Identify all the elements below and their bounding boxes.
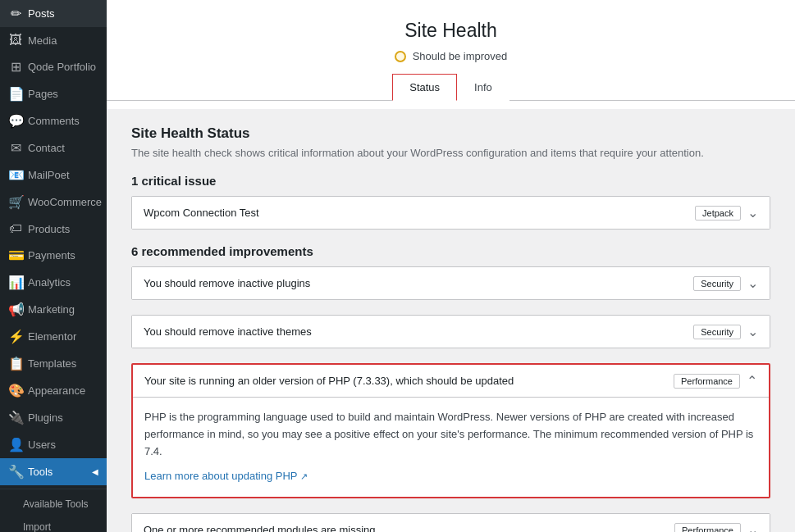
issue-php-expanded: Your site is running an older version of…	[131, 363, 770, 498]
issue-php-body: PHP is the programming language used to …	[133, 397, 769, 497]
issue-php-right: Performance ⌃	[674, 373, 757, 389]
sidebar-item-mailpoet[interactable]: 📧MailPoet	[0, 161, 107, 189]
sidebar-item-analytics[interactable]: 📊Analytics	[0, 269, 107, 296]
recommended-issues-heading: 6 recommended improvements	[131, 244, 770, 258]
content-area: Site Health Status The site health check…	[107, 109, 795, 532]
sidebar-item-label-qode-portfolio: Qode Portfolio	[28, 61, 96, 73]
learn-more-link-label: Learn more about updating PHP	[144, 470, 297, 482]
sidebar-item-label-available-tools: Available Tools	[23, 498, 89, 510]
chevron-down-icon-2[interactable]: ⌄	[747, 324, 758, 339]
sidebar-item-label-comments: Comments	[28, 115, 80, 127]
sidebar-item-pages[interactable]: 📄Pages	[0, 80, 107, 107]
page-title: Site Health	[107, 20, 795, 42]
elementor-icon: ⚡	[8, 329, 23, 344]
critical-issues-group: Wpcom Connection Test Jetpack ⌄	[131, 196, 770, 230]
sidebar-item-posts[interactable]: ✏Posts	[0, 0, 107, 27]
sidebar-item-label-appearance: Appearance	[28, 384, 85, 397]
sidebar-item-label-payments: Payments	[28, 249, 75, 261]
sidebar-item-label-users: Users	[28, 439, 56, 451]
posts-icon: ✏	[8, 6, 23, 21]
issue-remove-plugins[interactable]: You should remove inactive plugins Secur…	[132, 267, 770, 299]
tab-status[interactable]: Status	[392, 74, 457, 101]
mailpoet-icon: 📧	[8, 167, 23, 183]
section-title: Site Health Status	[131, 125, 770, 142]
issue-remove-themes-label: You should remove inactive themes	[144, 325, 312, 338]
sidebar-item-media[interactable]: 🖼Media	[0, 27, 107, 53]
sidebar-item-users[interactable]: 👤Users	[0, 431, 107, 458]
main-content: Site Health Should be improved Status In…	[107, 0, 795, 532]
sidebar-item-contact[interactable]: ✉Contact	[0, 134, 107, 161]
sidebar-item-label-mailpoet: MailPoet	[28, 169, 70, 181]
sidebar-item-label-plugins: Plugins	[28, 412, 63, 424]
sidebar-item-plugins[interactable]: 🔌Plugins	[0, 404, 107, 431]
sidebar-item-comments[interactable]: 💬Comments	[0, 107, 107, 134]
issue-php-body-text: PHP is the programming language used to …	[144, 409, 757, 460]
chevron-down-icon-1[interactable]: ⌄	[747, 275, 758, 291]
issue-remove-themes[interactable]: You should remove inactive themes Securi…	[132, 316, 770, 348]
chevron-down-icon-4[interactable]: ⌄	[747, 522, 758, 532]
issue-wpcom[interactable]: Wpcom Connection Test Jetpack ⌄	[132, 197, 770, 229]
users-icon: 👤	[8, 437, 23, 452]
sidebar-item-woocommerce[interactable]: 🛒WooCommerce	[0, 189, 107, 216]
recommended-issues-group-2: You should remove inactive themes Securi…	[131, 315, 770, 348]
badge-security-2: Security	[693, 325, 741, 339]
chevron-up-icon[interactable]: ⌃	[747, 373, 757, 389]
sidebar-item-label-contact: Contact	[28, 142, 65, 154]
health-indicator: Should be improved	[107, 50, 795, 62]
issue-wpcom-label: Wpcom Connection Test	[144, 207, 259, 219]
chevron-down-icon[interactable]: ⌄	[747, 205, 758, 221]
qode-portfolio-icon: ⊞	[8, 59, 23, 75]
products-icon: 🏷	[8, 221, 23, 236]
comments-icon: 💬	[8, 113, 23, 129]
sidebar-item-import[interactable]: Import	[0, 516, 107, 532]
sidebar-item-label-tools: Tools	[28, 466, 53, 478]
external-link-icon: ↗	[300, 471, 308, 481]
sidebar-item-qode-portfolio[interactable]: ⊞Qode Portfolio	[0, 53, 107, 80]
payments-icon: 💳	[8, 248, 23, 263]
sidebar-item-label-media: Media	[28, 34, 57, 47]
sidebar: ✏Posts🖼Media⊞Qode Portfolio📄Pages💬Commen…	[0, 0, 107, 532]
sidebar-item-label-products: Products	[28, 223, 70, 235]
issue-php-label: Your site is running an older version of…	[144, 375, 514, 387]
tab-info[interactable]: Info	[457, 74, 509, 101]
issue-remove-themes-right: Security ⌄	[693, 324, 758, 339]
sidebar-item-tools[interactable]: 🔧Tools◀	[0, 458, 107, 485]
issue-php-header[interactable]: Your site is running an older version of…	[133, 365, 769, 397]
sidebar-item-payments[interactable]: 💳Payments	[0, 242, 107, 269]
badge-jetpack: Jetpack	[695, 206, 741, 221]
page-header: Site Health Should be improved Status In…	[107, 0, 795, 109]
critical-issues-heading: 1 critical issue	[131, 174, 770, 188]
badge-security-1: Security	[693, 276, 741, 291]
pages-icon: 📄	[8, 86, 23, 102]
sidebar-item-marketing[interactable]: 📢Marketing	[0, 296, 107, 323]
sidebar-item-label-pages: Pages	[28, 88, 58, 100]
tabs-row: Status Info	[107, 74, 795, 101]
sidebar-item-appearance[interactable]: 🎨Appearance	[0, 377, 107, 404]
sidebar-item-templates[interactable]: 📋Templates	[0, 350, 107, 377]
contact-icon: ✉	[8, 140, 23, 156]
badge-performance-2: Performance	[674, 523, 741, 532]
issue-remove-plugins-label: You should remove inactive plugins	[144, 277, 310, 289]
sidebar-item-available-tools[interactable]: Available Tools	[0, 493, 107, 516]
woocommerce-icon: 🛒	[8, 194, 23, 210]
learn-more-link[interactable]: Learn more about updating PHP ↗	[144, 470, 308, 482]
sidebar-item-label-woocommerce: WooCommerce	[28, 196, 102, 208]
issue-wpcom-right: Jetpack ⌄	[695, 205, 758, 221]
tools-arrow-icon: ◀	[92, 467, 98, 476]
sidebar-item-elementor[interactable]: ⚡Elementor	[0, 323, 107, 350]
sidebar-item-label-templates: Templates	[28, 357, 76, 370]
issue-modules-missing[interactable]: One or more recommended modules are miss…	[132, 514, 770, 532]
recommended-issues-group-1: You should remove inactive plugins Secur…	[131, 266, 770, 300]
sidebar-item-products[interactable]: 🏷Products	[0, 216, 107, 242]
badge-performance-1: Performance	[674, 374, 740, 389]
sidebar-item-label-import: Import	[23, 521, 51, 532]
sidebar-item-label-analytics: Analytics	[28, 276, 71, 289]
issue-remove-plugins-right: Security ⌄	[693, 275, 758, 291]
health-dot-icon	[395, 51, 406, 62]
tools-icon: 🔧	[8, 464, 23, 480]
recommended-issues-group-4: One or more recommended modules are miss…	[131, 513, 770, 532]
appearance-icon: 🎨	[8, 383, 23, 398]
media-icon: 🖼	[8, 33, 23, 48]
health-status-label: Should be improved	[413, 50, 508, 62]
plugins-icon: 🔌	[8, 410, 23, 425]
